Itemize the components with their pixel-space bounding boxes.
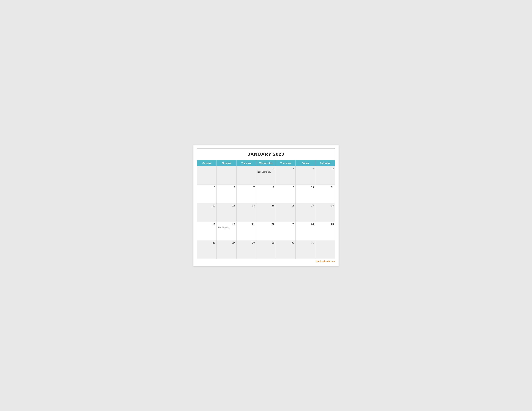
header-cell-friday: Friday — [295, 160, 315, 166]
day-number: 7 — [238, 186, 255, 189]
day-number: 4 — [317, 167, 334, 170]
day-number: 29 — [257, 241, 274, 245]
header-cell-sunday: Sunday — [197, 160, 217, 166]
day-cell: 18 — [315, 203, 335, 222]
day-number: 9 — [277, 186, 294, 189]
day-cell: 10 — [295, 185, 315, 203]
header-cell-wednesday: Wednesday — [256, 160, 276, 166]
header-cell-monday: Monday — [217, 160, 236, 166]
page: JANUARY 2020 SundayMondayTuesdayWednesda… — [193, 145, 339, 266]
day-cell: 30 — [276, 240, 295, 259]
day-cell: 16 — [276, 203, 295, 222]
day-number: 26 — [198, 241, 215, 245]
day-number: 25 — [317, 223, 334, 226]
day-cell: 12 — [197, 203, 217, 222]
day-cell — [237, 166, 256, 185]
day-cell: 1New Year's Day — [256, 166, 276, 185]
day-cell: 13 — [217, 203, 236, 222]
day-number: 19 — [198, 223, 215, 226]
day-number: 8 — [257, 186, 274, 189]
day-cell: 3 — [295, 166, 315, 185]
calendar-title: JANUARY 2020 — [197, 149, 335, 160]
day-number: 18 — [317, 204, 334, 208]
header-cell-tuesday: Tuesday — [237, 160, 256, 166]
day-cell — [217, 166, 236, 185]
calendar: JANUARY 2020 SundayMondayTuesdayWednesda… — [197, 149, 335, 259]
watermark: blank-calendar.com — [197, 259, 335, 263]
day-cell: 31 — [295, 240, 315, 259]
day-cell: 23 — [276, 222, 295, 240]
day-number: 31 — [297, 241, 314, 245]
day-cell: 6 — [217, 185, 236, 203]
day-number: 21 — [238, 223, 255, 226]
day-number: 28 — [238, 241, 255, 245]
day-number: 12 — [198, 204, 215, 208]
day-cell: 4 — [315, 166, 335, 185]
day-number: 20 — [218, 223, 235, 226]
day-number: 6 — [218, 186, 235, 189]
day-cell: 25 — [315, 222, 335, 240]
day-cell: 2 — [276, 166, 295, 185]
header-cell-saturday: Saturday — [315, 160, 335, 166]
day-number: 24 — [297, 223, 314, 226]
day-number: 27 — [218, 241, 235, 245]
day-number: 17 — [297, 204, 314, 208]
day-cell: 17 — [295, 203, 315, 222]
day-number: 11 — [317, 186, 334, 189]
calendar-header: SundayMondayTuesdayWednesdayThursdayFrid… — [197, 160, 335, 166]
day-cell: 8 — [256, 185, 276, 203]
day-cell: 19 — [197, 222, 217, 240]
day-cell: 27 — [217, 240, 236, 259]
day-cell: 15 — [256, 203, 276, 222]
day-number: 16 — [277, 204, 294, 208]
day-cell: 28 — [237, 240, 256, 259]
day-cell: 20M L King Day — [217, 222, 236, 240]
calendar-body: 1New Year's Day2345678910111213141516171… — [197, 166, 335, 259]
day-cell — [315, 240, 335, 259]
day-cell: 29 — [256, 240, 276, 259]
event-text: M L King Day — [218, 226, 235, 229]
day-cell: 7 — [237, 185, 256, 203]
day-number: 10 — [297, 186, 314, 189]
day-cell: 26 — [197, 240, 217, 259]
day-number: 30 — [277, 241, 294, 245]
day-cell: 9 — [276, 185, 295, 203]
day-cell: 5 — [197, 185, 217, 203]
header-cell-thursday: Thursday — [276, 160, 295, 166]
day-cell: 11 — [315, 185, 335, 203]
day-cell: 24 — [295, 222, 315, 240]
day-number: 5 — [198, 186, 215, 189]
day-cell: 14 — [237, 203, 256, 222]
day-number: 14 — [238, 204, 255, 208]
day-cell — [197, 166, 217, 185]
day-number: 3 — [297, 167, 314, 170]
day-cell: 22 — [256, 222, 276, 240]
day-number: 22 — [257, 223, 274, 226]
event-text: New Year's Day — [257, 171, 274, 173]
day-number: 2 — [277, 167, 294, 170]
day-number: 23 — [277, 223, 294, 226]
day-number: 1 — [257, 167, 274, 170]
day-number: 13 — [218, 204, 235, 208]
day-number: 15 — [257, 204, 274, 208]
day-cell: 21 — [237, 222, 256, 240]
